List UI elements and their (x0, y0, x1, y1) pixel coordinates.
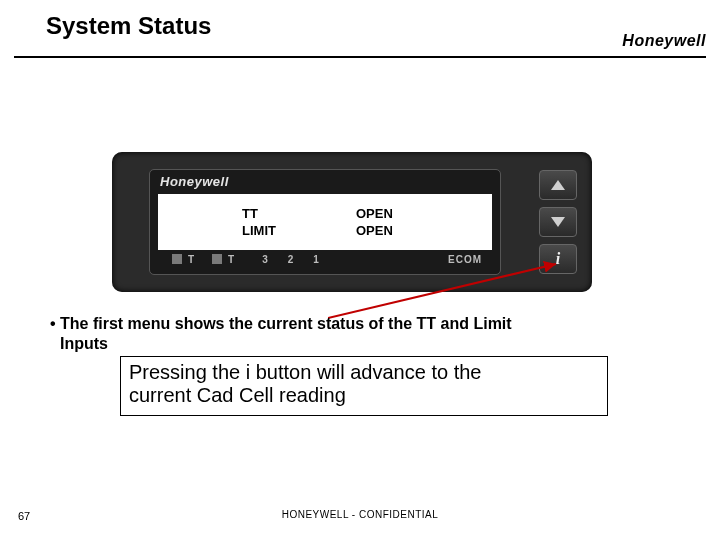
bullet-line2: Inputs (60, 335, 108, 352)
lcd-key-limit: LIMIT (158, 223, 332, 238)
legend-ecom: ECOM (448, 254, 482, 265)
down-arrow-icon (551, 217, 565, 227)
lcd-val-limit: OPEN (332, 223, 393, 238)
info-button[interactable]: i (539, 244, 577, 274)
up-arrow-icon (551, 180, 565, 190)
bullet-line1: The first menu shows the current status … (60, 315, 512, 332)
down-button[interactable] (539, 207, 577, 237)
brand-top: Honeywell (622, 32, 706, 50)
tip-line2: current Cad Cell reading (129, 384, 346, 406)
device-photo: Honeywell TT OPEN LIMIT OPEN T T 3 (112, 152, 592, 292)
footer-confidential: HONEYWELL - CONFIDENTIAL (0, 509, 720, 520)
bullet-text: • The first menu shows the current statu… (50, 314, 680, 354)
device-brand: Honeywell (160, 174, 229, 189)
header-rule (14, 56, 706, 58)
legend-square-1 (172, 254, 182, 264)
lcd-display: TT OPEN LIMIT OPEN (158, 194, 492, 250)
lcd-key-tt: TT (158, 206, 332, 221)
lcd-val-tt: OPEN (332, 206, 393, 221)
legend-t2: T (228, 254, 234, 265)
legend-n2: 2 (288, 254, 294, 265)
legend-n1: 1 (313, 254, 319, 265)
device-legend: T T 3 2 1 ECOM (158, 250, 492, 268)
bullet-marker: • (50, 315, 60, 332)
legend-t1: T (188, 254, 194, 265)
tip-box: Pressing the i button will advance to th… (120, 356, 608, 416)
legend-square-2 (212, 254, 222, 264)
lcd-row-limit: LIMIT OPEN (158, 223, 492, 238)
page-number: 67 (18, 510, 30, 522)
up-button[interactable] (539, 170, 577, 200)
tip-line1: Pressing the i button will advance to th… (129, 361, 481, 383)
page-title: System Status (46, 12, 211, 40)
lcd-row-tt: TT OPEN (158, 206, 492, 221)
legend-n3: 3 (262, 254, 268, 265)
